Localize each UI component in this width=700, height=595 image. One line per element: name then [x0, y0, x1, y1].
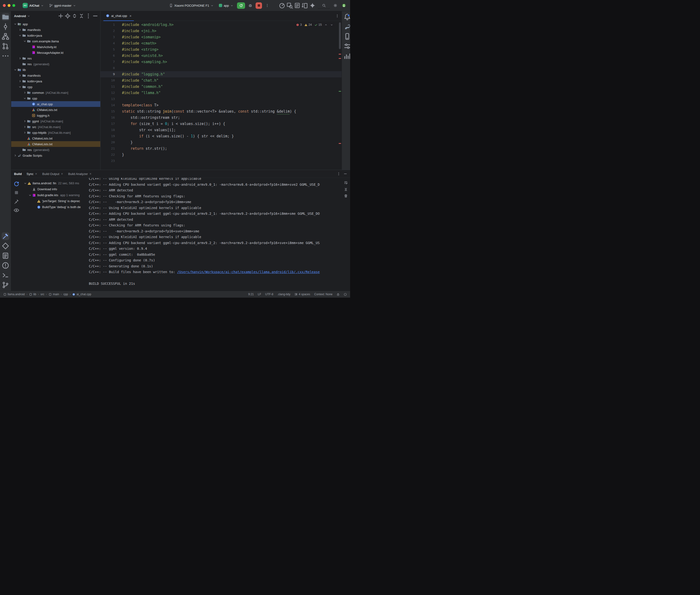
device-mirroring-icon[interactable] [302, 2, 308, 9]
collapse-all-icon[interactable] [78, 13, 85, 19]
next-problem-icon[interactable] [330, 23, 333, 26]
lock-icon[interactable] [337, 293, 340, 296]
tree-item-src[interactable]: src[AiChat.lib.main] [11, 124, 100, 130]
code-line-22[interactable]: 22} [101, 152, 341, 158]
search-everywhere-button[interactable] [318, 2, 330, 9]
tree-item-cpp[interactable]: cpp [11, 84, 100, 90]
minimize-window-button[interactable] [8, 4, 10, 7]
run-more-options-button[interactable] [264, 2, 271, 9]
breadcrumb-lib[interactable]: lib [29, 293, 36, 296]
previous-problem-icon[interactable] [325, 23, 328, 26]
breadcrumb-src[interactable]: src [40, 293, 44, 296]
build-variants-tool-icon[interactable] [343, 42, 350, 50]
logcat-tool-icon[interactable] [2, 252, 9, 259]
code-line-13[interactable]: 13 [101, 96, 341, 102]
code-line-17[interactable]: 17 for (size_t i = 0; i < values.size();… [101, 121, 341, 127]
run-button[interactable] [237, 2, 245, 9]
expand-all-icon[interactable] [72, 13, 78, 19]
tree-item-messageadapter-kt[interactable]: MessageAdapter.kt [11, 50, 100, 55]
tree-item-gradle-scripts[interactable]: Gradle Scripts [11, 152, 100, 158]
tree-item-kotlin-java[interactable]: kotlin+java [11, 78, 100, 84]
vcs-branch-selector[interactable]: ggml-master [47, 3, 78, 8]
soft-wrap-icon[interactable] [344, 181, 348, 185]
tree-item-ggml[interactable]: ggml[AiChat.lib.main] [11, 118, 100, 124]
chevron-right-icon[interactable] [18, 80, 22, 83]
build-panel-title[interactable]: Build [14, 172, 22, 176]
run-configuration-selector[interactable]: app [217, 3, 235, 8]
structure-tool-icon[interactable] [2, 33, 9, 40]
stripe-mark-2[interactable] [339, 58, 341, 59]
close-tab-icon[interactable]: × [89, 172, 91, 175]
stripe-mark-4[interactable] [339, 143, 341, 144]
app-inspection-icon[interactable] [286, 2, 293, 9]
console-link[interactable]: /Users/hanyin/Workspace/ai-chat/examples… [177, 270, 319, 274]
tree-item-cpp-httplib[interactable]: cpp-httplib[AiChat.lib.main] [11, 130, 100, 136]
indent-config[interactable]: 4 spaces [295, 293, 310, 296]
tree-item-cmakelists-txt[interactable]: CMakeLists.txt [11, 136, 100, 141]
line-separator[interactable]: LF [258, 293, 261, 296]
tree-item-kotlin-java[interactable]: kotlin+java [11, 33, 100, 38]
notifications-icon[interactable] [343, 13, 350, 21]
code-line-3[interactable]: 3#include <iomanip> [101, 34, 341, 40]
scroll-to-end-icon[interactable] [344, 188, 348, 191]
tree-item-res[interactable]: res(generated) [11, 147, 100, 152]
pull-requests-tool-icon[interactable] [2, 42, 9, 50]
version-control-tool-icon[interactable] [2, 281, 9, 289]
stop-button[interactable] [256, 2, 262, 9]
chevron-right-icon[interactable] [23, 125, 27, 129]
code-line-15[interactable]: 15static std::string join(const std::vec… [101, 108, 341, 115]
gemini-icon[interactable] [309, 2, 316, 9]
build-tree-item[interactable]: BuildType 'debug' is both de [22, 204, 88, 210]
clang-tidy-status[interactable]: .clang-tidy [278, 293, 290, 296]
device-manager-tool-icon[interactable] [343, 33, 350, 40]
breadcrumb-main[interactable]: main [49, 293, 59, 296]
code-line-7[interactable]: 7#include <sampling.h> [101, 59, 341, 65]
project-tool-icon[interactable] [2, 13, 9, 21]
tree-item-cmakelists-txt[interactable]: CMakeLists.txt [11, 107, 100, 113]
build-tree-item[interactable]: build.gradle.ktsapp 1 warning [22, 192, 88, 198]
build-tree-item[interactable]: 'jvmTarget: String' is deprec [22, 198, 88, 204]
tree-item-common[interactable]: common[AiChat.lib.main] [11, 90, 100, 95]
editor-options-icon[interactable] [335, 14, 339, 18]
code-line-23[interactable]: 23 [101, 158, 341, 164]
breadcrumb-ai-chat-cpp[interactable]: Cai_chat.cpp [72, 293, 91, 296]
build-tool-icon[interactable] [2, 232, 9, 240]
chevron-down-icon[interactable] [13, 68, 18, 72]
code-line-16[interactable]: 16 std::ostringstream str; [101, 115, 341, 121]
chevron-right-icon[interactable] [23, 131, 27, 134]
tree-item-ai-chat-cpp[interactable]: Cai_chat.cpp [11, 101, 100, 107]
chevron-right-icon[interactable] [13, 154, 18, 157]
build-tab-build-analyzer[interactable]: Build Analyzer× [68, 172, 91, 176]
more-tools-icon[interactable] [2, 52, 9, 60]
breadcrumb-llama-android[interactable]: llama.android [3, 293, 25, 296]
chevron-right-icon[interactable] [18, 74, 22, 77]
breadcrumb-cpp[interactable]: cpp [63, 293, 68, 296]
code-line-20[interactable]: 20 } [101, 139, 341, 145]
gradle-tool-icon[interactable] [343, 23, 350, 30]
chevron-down-icon[interactable] [18, 85, 22, 89]
build-tree-item[interactable]: Download info [22, 186, 88, 192]
chevron-right-icon[interactable] [18, 28, 22, 31]
device-selector[interactable]: Xiaomi POCOPHONE F1 [167, 3, 216, 8]
editor-tab-ai-chat-cpp[interactable]: C ai_chat.cpp × [103, 11, 134, 21]
project-view-selector[interactable]: Android [14, 14, 26, 18]
account-avatar[interactable] [341, 2, 347, 9]
hide-build-panel-icon[interactable] [343, 172, 347, 176]
code-line-5[interactable]: 5#include <string> [101, 47, 341, 53]
code-line-2[interactable]: 2#include <jni.h> [101, 28, 341, 34]
terminal-tool-icon[interactable] [2, 272, 9, 279]
tree-item-cmakelists-txt[interactable]: CMakeLists.txt [11, 141, 100, 147]
tree-item-manifests[interactable]: manifests [11, 73, 100, 78]
inspection-status-icon[interactable] [344, 293, 347, 296]
code-line-14[interactable]: 14template<class T> [101, 102, 341, 108]
tree-item-mainactivity-kt[interactable]: MainActivity.kt [11, 44, 100, 50]
tree-item-res[interactable]: res(generated) [11, 61, 100, 67]
code-line-18[interactable]: 18 str << values[i]; [101, 127, 341, 133]
stripe-mark-1[interactable] [339, 54, 341, 55]
context-selector[interactable]: Context: None [314, 293, 333, 296]
code-line-21[interactable]: 21 return str.str(); [101, 145, 341, 152]
code-line-8[interactable]: 8 [101, 65, 341, 71]
resync-icon[interactable] [13, 181, 20, 187]
code-editor[interactable]: 1#include <android/log.h>2#include <jni.… [101, 21, 341, 170]
select-opened-file-icon[interactable] [64, 13, 71, 19]
